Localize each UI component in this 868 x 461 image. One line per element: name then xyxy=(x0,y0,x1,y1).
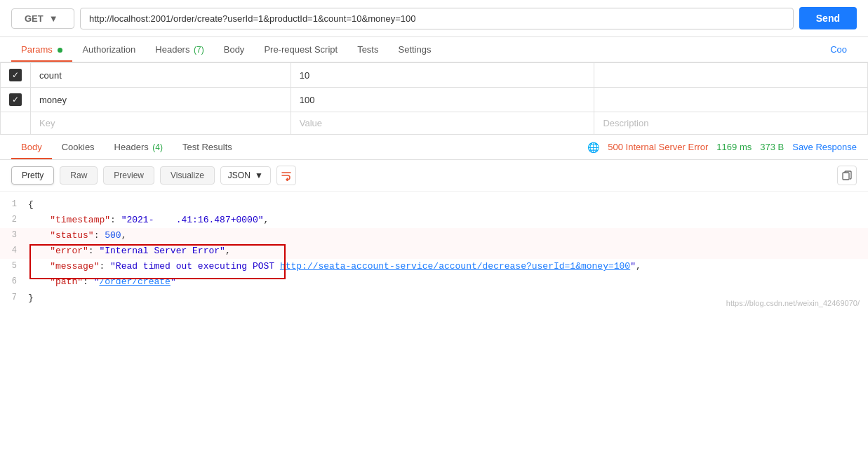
method-label: GET xyxy=(25,13,44,24)
tab-prerequest[interactable]: Pre-request Script xyxy=(254,37,347,62)
request-tabs-bar: Params Authorization Headers (7) Body Pr… xyxy=(0,37,868,62)
format-bar: Pretty Raw Preview Visualize JSON ▼ xyxy=(0,160,868,192)
status-code: 500 Internal Server Error xyxy=(608,142,708,152)
tab-authorization[interactable]: Authorization xyxy=(72,37,145,62)
params-dot xyxy=(58,48,62,53)
table-row: ✓ count 10 xyxy=(1,63,868,88)
code-line-5: 5 "message": "Read timed out executing P… xyxy=(0,259,868,274)
tab-settings[interactable]: Settings xyxy=(388,37,441,62)
tab-response-body[interactable]: Body xyxy=(11,135,52,159)
copy-icon[interactable] xyxy=(837,166,857,185)
table-row: ✓ money 100 xyxy=(1,88,868,112)
tab-headers[interactable]: Headers (7) xyxy=(145,37,213,62)
chevron-down-icon: ▼ xyxy=(255,171,263,180)
row-checkbox-count[interactable]: ✓ xyxy=(9,69,22,81)
wrap-icon[interactable] xyxy=(276,166,296,185)
url-input[interactable] xyxy=(80,8,794,29)
response-size: 373 B xyxy=(760,142,784,152)
response-code-area: 1 { 2 "timestamp": "2021- .41:16.487+000… xyxy=(0,192,868,312)
message-link[interactable]: http://seata-account-service/account/dec… xyxy=(280,261,630,272)
tab-response-cookies[interactable]: Cookies xyxy=(52,135,105,159)
tab-body[interactable]: Body xyxy=(214,37,255,62)
globe-icon: 🌐 xyxy=(587,142,599,153)
method-chevron: ▼ xyxy=(49,13,58,24)
code-line-1: 1 { xyxy=(0,197,868,213)
top-bar: GET ▼ Send xyxy=(0,0,868,37)
code-line-4: 4 "error": "Internal Server Error", xyxy=(0,243,868,259)
tab-params[interactable]: Params xyxy=(11,37,72,62)
send-button[interactable]: Send xyxy=(799,7,857,29)
code-line-3: 3 "status": 500, xyxy=(0,228,868,243)
tab-response-headers[interactable]: Headers (4) xyxy=(105,135,173,159)
format-type-select[interactable]: JSON ▼ xyxy=(220,166,271,185)
response-time: 1169 ms xyxy=(716,142,752,152)
tab-response-test-results[interactable]: Test Results xyxy=(173,135,242,159)
code-line-2: 2 "timestamp": "2021- .41:16.487+0000", xyxy=(0,213,868,228)
response-tabs-bar: Body Cookies Headers (4) Test Results 🌐 … xyxy=(0,135,868,160)
watermark: https://blog.csdn.net/weixin_42469070/ xyxy=(726,299,860,307)
row-checkbox-money[interactable]: ✓ xyxy=(9,93,22,106)
svg-rect-0 xyxy=(843,173,849,180)
path-link[interactable]: /order/create xyxy=(99,276,170,287)
table-row-placeholder: Key Value Description xyxy=(1,112,868,135)
response-status-area: 🌐 500 Internal Server Error 1169 ms 373 … xyxy=(587,142,857,153)
format-visualize-button[interactable]: Visualize xyxy=(160,166,215,185)
format-preview-button[interactable]: Preview xyxy=(103,166,154,185)
method-select[interactable]: GET ▼ xyxy=(11,8,74,29)
code-line-6: 6 "path": "/order/create" xyxy=(0,274,868,290)
tab-tests[interactable]: Tests xyxy=(347,37,388,62)
save-response-button[interactable]: Save Response xyxy=(792,142,857,152)
format-raw-button[interactable]: Raw xyxy=(60,166,98,185)
params-table: ✓ count 10 ✓ money 100 Key Value Descrip… xyxy=(0,62,868,135)
format-pretty-button[interactable]: Pretty xyxy=(11,166,54,185)
tab-cookies-link[interactable]: Coo xyxy=(820,37,857,62)
